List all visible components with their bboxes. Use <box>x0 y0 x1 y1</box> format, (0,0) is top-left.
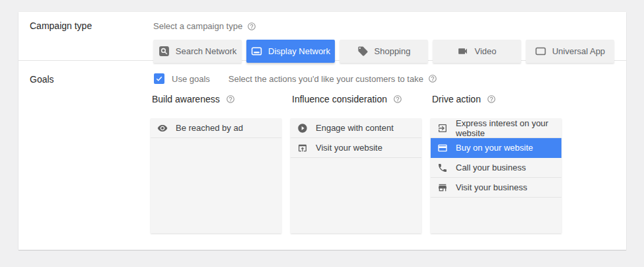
goal-item-label: Visit your business <box>456 182 527 192</box>
goal-item-buy-on-your-website[interactable]: Buy on your website <box>431 138 561 158</box>
tab-label: Shopping <box>375 46 411 56</box>
tab-universal-app[interactable]: Universal App <box>526 40 614 63</box>
use-goals-row: Use goals Select the actions you'd like … <box>154 73 437 84</box>
tab-video[interactable]: Video <box>433 40 521 63</box>
use-goals-checkbox[interactable] <box>154 73 164 84</box>
storefront-icon <box>437 182 448 193</box>
goals-instruction: Select the actions you'd like your custo… <box>229 74 437 84</box>
help-circle-icon[interactable] <box>428 74 437 83</box>
help-circle-icon[interactable] <box>487 95 496 104</box>
goal-column-header: Build awareness <box>152 93 281 105</box>
exit-to-app-icon <box>437 123 448 134</box>
help-circle-icon[interactable] <box>247 22 256 31</box>
goal-item-call-your-business[interactable]: Call your business <box>431 158 561 178</box>
campaign-type-instruction: Select a campaign type <box>153 21 256 31</box>
help-circle-icon[interactable] <box>226 95 235 104</box>
campaign-type-label: Campaign type <box>30 20 92 31</box>
tab-label: Universal App <box>552 46 605 56</box>
goal-item-label: Express interest on your website <box>456 118 557 138</box>
help-circle-icon[interactable] <box>393 95 402 104</box>
eye-icon <box>157 123 168 134</box>
goals-label: Goals <box>30 74 54 85</box>
goal-item-express-interest[interactable]: Express interest on your website <box>431 118 561 138</box>
open-in-browser-icon <box>297 143 308 153</box>
goal-item-engage-with-content[interactable]: Engage with content <box>291 118 421 138</box>
goals-section: Goals Use goals Select the actions you'd… <box>18 61 626 250</box>
campaign-type-instruction-text: Select a campaign type <box>153 21 242 31</box>
goal-item-visit-your-website[interactable]: Visit your website <box>291 138 421 158</box>
goal-column-header: Drive action <box>432 93 561 105</box>
goal-item-label: Call your business <box>456 163 526 172</box>
goal-panel-build-awareness: Be reached by ad <box>151 118 281 233</box>
phone-icon <box>437 163 448 173</box>
tab-display-network[interactable]: Display Network <box>246 40 335 63</box>
campaign-type-section: Campaign type Select a campaign type Sea… <box>18 12 626 61</box>
video-camera-icon <box>457 46 468 57</box>
goal-item-visit-your-business[interactable]: Visit your business <box>431 178 561 198</box>
tab-search-network[interactable]: Search Network <box>153 40 242 63</box>
goal-column-build-awareness: Build awareness Be reached by ad <box>151 93 281 233</box>
campaign-type-tabs: Search Network Display Network Shopping … <box>153 40 614 63</box>
goal-item-label: Be reached by ad <box>176 123 243 133</box>
goal-columns: Build awareness Be reached by ad <box>151 93 561 233</box>
credit-card-icon <box>437 143 448 153</box>
goal-panel-influence-consideration: Engage with content Visit your website <box>291 118 421 233</box>
use-goals-label: Use goals <box>172 74 210 84</box>
goal-item-label: Buy on your website <box>456 143 533 153</box>
tab-label: Search Network <box>176 46 236 56</box>
goal-column-influence-consideration: Influence consideration Engage with cont… <box>291 93 421 233</box>
goal-item-be-reached-by-ad[interactable]: Be reached by ad <box>151 118 281 138</box>
app-window-icon <box>535 46 546 57</box>
tab-shopping[interactable]: Shopping <box>340 40 428 63</box>
campaign-settings-card: Campaign type Select a campaign type Sea… <box>18 12 626 250</box>
price-tag-icon <box>357 46 369 57</box>
goal-column-header-text: Drive action <box>432 94 481 104</box>
display-network-icon <box>251 46 262 57</box>
goal-column-header: Influence consideration <box>292 93 421 105</box>
tab-label: Video <box>474 46 496 56</box>
goal-column-header-text: Build awareness <box>152 94 220 104</box>
search-icon <box>159 46 170 57</box>
goal-item-label: Visit your website <box>316 143 382 153</box>
goal-panel-drive-action: Express interest on your website Buy on … <box>431 118 561 233</box>
goals-instruction-text: Select the actions you'd like your custo… <box>229 74 423 84</box>
goal-column-drive-action: Drive action Express interest on your we… <box>431 93 561 233</box>
tab-label: Display Network <box>268 46 330 56</box>
goal-column-header-text: Influence consideration <box>292 94 387 104</box>
goal-item-label: Engage with content <box>316 123 394 133</box>
play-circle-icon <box>297 123 308 134</box>
